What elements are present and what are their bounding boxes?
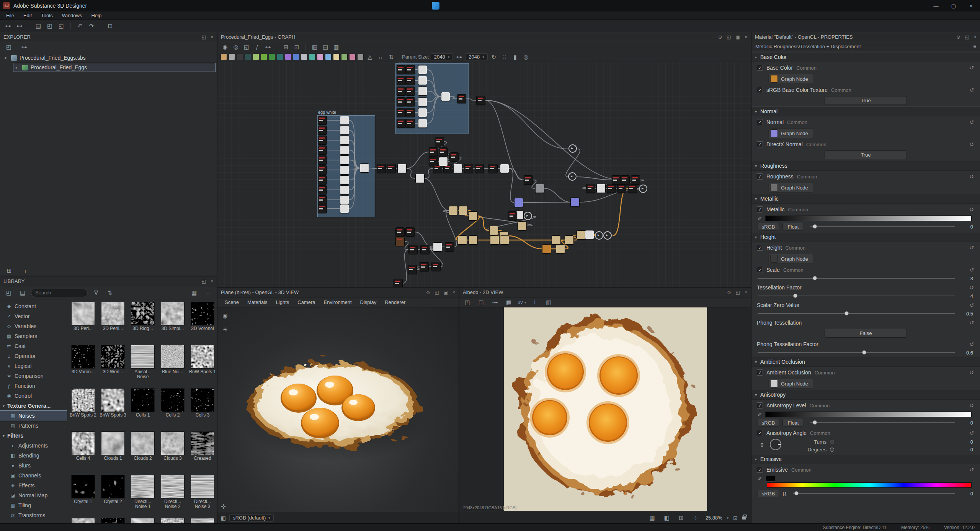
- view3d-menu-lights[interactable]: Lights: [272, 299, 294, 305]
- close-icon[interactable]: ×: [745, 34, 747, 40]
- graph-node[interactable]: [585, 230, 594, 239]
- grid-icon[interactable]: ▦: [310, 43, 319, 51]
- menu-edit[interactable]: Edit: [19, 13, 36, 18]
- section-metallic[interactable]: ▾Metallic: [751, 194, 980, 204]
- graph-node[interactable]: [397, 108, 406, 117]
- graph-node[interactable]: [469, 211, 478, 221]
- maximize-button[interactable]: ▢: [945, 0, 962, 11]
- library-item-anisot-noise[interactable]: Anisot... Noise: [128, 345, 158, 389]
- library-category-operator[interactable]: ±Operator: [0, 351, 67, 361]
- layout-icon[interactable]: ◰: [462, 298, 472, 307]
- graph-node[interactable]: [476, 96, 485, 105]
- library-item-clouds-2[interactable]: Clouds 2: [128, 432, 158, 475]
- fit-view-icon[interactable]: ⊡: [733, 515, 738, 521]
- graph-node[interactable]: [489, 226, 498, 235]
- colorspace-select[interactable]: sRGB (default) ▾: [229, 514, 274, 522]
- graph-node[interactable]: [395, 237, 405, 246]
- menu-tools[interactable]: Tools: [36, 13, 57, 18]
- library-category-constant[interactable]: ◆Constant: [0, 301, 67, 311]
- reset-icon[interactable]: ↺: [969, 65, 974, 71]
- pin-icon[interactable]: ⊙: [718, 34, 722, 40]
- graph-node[interactable]: [617, 184, 626, 193]
- graph-node[interactable]: [397, 76, 406, 85]
- graph-node[interactable]: [586, 184, 595, 193]
- graph-node-chip[interactable]: Graph Node: [768, 254, 813, 264]
- library-category-control[interactable]: ◉Control: [0, 391, 67, 401]
- output-size-select[interactable]: 2048▾: [465, 53, 487, 61]
- graph-node[interactable]: [394, 279, 403, 287]
- library-item-bnw-spots-3[interactable]: BnW Spots 3: [98, 389, 128, 432]
- graph-node[interactable]: [535, 184, 544, 193]
- graph-node[interactable]: [340, 145, 349, 155]
- slider-track[interactable]: [758, 278, 955, 279]
- link-icon[interactable]: ⊶: [19, 42, 29, 52]
- library-item-3d-worl[interactable]: 3D Worl...: [98, 345, 128, 389]
- checkbox[interactable]: ✓: [757, 65, 763, 71]
- graph-node[interactable]: [418, 119, 427, 128]
- graph-node[interactable]: [449, 206, 458, 215]
- node-palette-icon[interactable]: [325, 54, 332, 60]
- checkbox[interactable]: ✓: [757, 141, 763, 147]
- angle-dial[interactable]: [770, 439, 781, 450]
- graph-node[interactable]: [577, 230, 586, 240]
- library-category-blurs[interactable]: ●Blurs: [0, 461, 67, 471]
- node-palette-icon[interactable]: [357, 54, 364, 60]
- reset-icon[interactable]: ↺: [969, 302, 974, 308]
- graph-node[interactable]: [318, 126, 327, 135]
- reset-icon[interactable]: ↺: [969, 141, 974, 147]
- library-category-patterns[interactable]: ▤Patterns: [0, 421, 67, 431]
- order-icon[interactable]: ⇅: [387, 53, 396, 61]
- search-input[interactable]: [31, 289, 88, 297]
- graph-node[interactable]: [418, 76, 427, 85]
- srgb-button[interactable]: sRGB: [758, 419, 779, 426]
- library-item-partial-29[interactable]: [188, 518, 217, 523]
- view3d-menu-scene[interactable]: Scene: [220, 299, 243, 305]
- link-nodes-icon[interactable]: ⊶: [3, 21, 13, 31]
- graph-node[interactable]: [445, 242, 454, 252]
- library-item-directi-noise-2[interactable]: Directi... Noise 2: [158, 475, 188, 518]
- reset-icon[interactable]: ↺: [969, 173, 974, 180]
- node-palette-icon[interactable]: [285, 54, 291, 60]
- graph-node[interactable]: [318, 155, 327, 165]
- graph-node[interactable]: [405, 227, 415, 237]
- chevron-down-icon[interactable]: ▾: [5, 56, 8, 60]
- library-item-clouds-1[interactable]: Clouds 1: [98, 432, 128, 475]
- graph-node[interactable]: [318, 204, 327, 213]
- node-palette-icon[interactable]: [293, 54, 299, 60]
- graph-node[interactable]: [639, 185, 647, 193]
- graph-node[interactable]: [318, 116, 327, 125]
- srgb-button[interactable]: sRGB: [758, 490, 779, 497]
- graph-node[interactable]: [406, 65, 415, 74]
- close-icon[interactable]: ×: [745, 290, 747, 295]
- graph-node[interactable]: [397, 119, 406, 128]
- pause-icon[interactable]: ▮: [511, 53, 520, 61]
- section-emissive[interactable]: ▾Emissive: [751, 454, 980, 464]
- graph-node[interactable]: [459, 206, 468, 215]
- tiles-icon[interactable]: ▦: [647, 513, 657, 523]
- graph-canvas[interactable]: egg yolkegg white: [217, 62, 751, 287]
- graph-node[interactable]: [406, 87, 415, 96]
- view3d-menu-materials[interactable]: Materials: [243, 299, 272, 305]
- graph-node[interactable]: [340, 155, 349, 165]
- graph-node[interactable]: [420, 262, 429, 271]
- library-item-clouds-3[interactable]: Clouds 3: [158, 432, 188, 475]
- axis-gizmo-icon[interactable]: ⊹: [221, 503, 226, 510]
- graph-node[interactable]: [435, 137, 444, 146]
- library-item-cells-1[interactable]: Cells 1: [128, 389, 158, 432]
- library-item-bnw-spots-2[interactable]: BnW Spots 2: [68, 389, 98, 432]
- graph-node[interactable]: [420, 245, 430, 254]
- pin-icon[interactable]: ⊙: [957, 34, 960, 40]
- node-palette-icon[interactable]: [253, 54, 259, 60]
- library-item-blue-noi[interactable]: Blue Noi...: [158, 345, 188, 389]
- target-icon[interactable]: ◎: [521, 53, 531, 61]
- library-category-comparison[interactable]: ≍Comparison: [0, 371, 67, 381]
- graph-node[interactable]: [514, 198, 523, 207]
- tree-item-package[interactable]: ▾ Procedural_Fried_Eggs.sbs: [0, 53, 217, 63]
- list-view-icon[interactable]: ≡: [203, 288, 213, 297]
- library-item-crystal-1[interactable]: Crystal 1: [68, 475, 98, 518]
- edit-icon[interactable]: ▤: [18, 288, 28, 297]
- tools-icon[interactable]: ⊡: [292, 43, 301, 51]
- graph-node[interactable]: [464, 164, 473, 173]
- graph-node[interactable]: [433, 242, 442, 252]
- reset-icon[interactable]: ↺: [969, 467, 974, 473]
